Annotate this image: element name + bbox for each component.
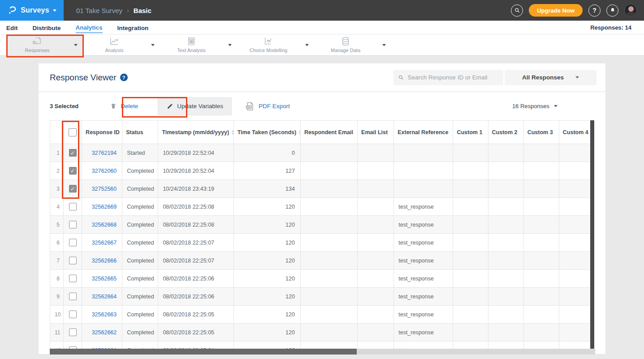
row-checkbox[interactable] bbox=[69, 185, 77, 193]
vertical-scrollbar[interactable] bbox=[590, 120, 594, 349]
select-all-checkbox[interactable] bbox=[69, 128, 77, 136]
responses-page-size-dropdown[interactable]: 16 Responses bbox=[512, 103, 558, 109]
row-checkbox[interactable] bbox=[69, 328, 77, 336]
response-id-link[interactable]: 32562665 bbox=[82, 270, 122, 288]
column-header-custom-3: Custom 3 bbox=[523, 121, 559, 144]
chevron-down-icon[interactable] bbox=[299, 35, 315, 55]
help-icon[interactable]: ? bbox=[588, 4, 601, 17]
response-id-link[interactable]: 32562668 bbox=[82, 216, 122, 234]
column-header-timestamp-mm-dd-yyyy[interactable]: Timestamp (mm/dd/yyyy) bbox=[158, 121, 233, 144]
cell-respondent-email bbox=[300, 144, 357, 162]
ribbon-item-responses[interactable]: Responses bbox=[6, 35, 83, 55]
response-id-link[interactable]: 32752560 bbox=[82, 180, 122, 198]
row-checkbox[interactable] bbox=[69, 167, 77, 175]
row-checkbox[interactable] bbox=[69, 149, 77, 157]
cell-email-list bbox=[358, 252, 394, 270]
row-checkbox[interactable] bbox=[69, 221, 77, 228]
cell-timestamp-mm-dd-yyyy: 08/02/2018 22:25:06 bbox=[158, 288, 233, 306]
chevron-down-icon[interactable] bbox=[145, 35, 160, 55]
response-id-link[interactable]: 32562663 bbox=[82, 306, 122, 324]
ribbon-item-text-analysis[interactable]: Text Analysis bbox=[160, 35, 238, 55]
response-search-box[interactable] bbox=[393, 70, 503, 85]
horizontal-scrollbar-thumb[interactable] bbox=[50, 349, 357, 355]
responses-dropdown-value: 16 Responses bbox=[512, 103, 549, 109]
table-row: 1132562662Completed08/02/2018 22:25:0512… bbox=[50, 324, 591, 341]
help-badge-icon[interactable]: ? bbox=[120, 74, 128, 81]
ribbon-label: Choice Modelling bbox=[250, 48, 287, 53]
chevron-down-icon[interactable] bbox=[68, 35, 83, 55]
cell-respondent-email bbox=[300, 341, 357, 349]
ribbon-item-manage-data[interactable]: Manage Data bbox=[315, 35, 392, 55]
response-filter-dropdown[interactable]: All Responses bbox=[505, 70, 596, 85]
breadcrumb-current: Basic bbox=[134, 7, 151, 14]
row-checkbox[interactable] bbox=[69, 311, 77, 318]
delete-button[interactable]: Delete bbox=[110, 102, 138, 110]
cell-timestamp-mm-dd-yyyy: 08/02/2018 22:25:05 bbox=[158, 306, 233, 324]
column-header-response-id[interactable]: Response ID bbox=[82, 121, 122, 144]
response-id-link[interactable]: 32562667 bbox=[82, 234, 122, 252]
cell-respondent-email bbox=[300, 270, 357, 288]
row-checkbox[interactable] bbox=[69, 257, 77, 264]
tab-analytics[interactable]: Analytics bbox=[76, 22, 103, 33]
response-id-link[interactable]: 32762194 bbox=[82, 144, 122, 162]
cell-custom-3 bbox=[523, 180, 559, 198]
column-header-respondent-email: Respondent Email bbox=[300, 121, 357, 144]
notifications-bell-icon[interactable] bbox=[606, 4, 618, 17]
column-header-label: Timestamp (mm/dd/yyyy) bbox=[162, 129, 229, 136]
tab-integration[interactable]: Integration bbox=[117, 22, 149, 33]
cell-custom-3 bbox=[523, 252, 559, 270]
cell-custom-3 bbox=[523, 270, 559, 288]
ribbon-label: Manage Data bbox=[331, 48, 360, 53]
page-title-text: Response Viewer bbox=[50, 73, 117, 83]
row-number: 9 bbox=[50, 288, 64, 306]
tab-distribute[interactable]: Distribute bbox=[33, 22, 61, 33]
row-checkbox[interactable] bbox=[69, 203, 77, 210]
breadcrumb-survey-link[interactable]: 01 Take Survey bbox=[76, 7, 122, 14]
response-id-link[interactable]: 32562664 bbox=[82, 288, 122, 306]
sort-icon[interactable] bbox=[232, 130, 233, 135]
card-header: Response Viewer ? All Responses bbox=[39, 63, 605, 92]
horizontal-scrollbar[interactable] bbox=[50, 349, 595, 355]
cell-timestamp-mm-dd-yyyy: 08/02/2018 22:25:07 bbox=[158, 252, 233, 270]
row-checkbox[interactable] bbox=[69, 275, 77, 282]
analysis-icon bbox=[109, 36, 120, 47]
cell-respondent-email bbox=[300, 306, 357, 324]
cell-custom-3 bbox=[523, 234, 559, 252]
column-header-time-taken-seconds[interactable]: Time Taken (Seconds) bbox=[233, 121, 300, 144]
ribbon-item-choice-modelling[interactable]: Choice Modelling bbox=[238, 35, 315, 55]
response-id-link[interactable]: 32562662 bbox=[82, 324, 122, 341]
selected-count-label: 3 Selected bbox=[50, 103, 78, 109]
pdf-export-button[interactable]: PDF PDF Export bbox=[245, 101, 290, 111]
cell-timestamp-mm-dd-yyyy: 08/02/2018 22:25:04 bbox=[158, 341, 233, 349]
surveys-menu-button[interactable]: Surveys bbox=[0, 0, 64, 21]
row-checkbox[interactable] bbox=[69, 293, 77, 300]
row-number: 6 bbox=[50, 234, 64, 252]
column-header-custom-4: Custom 4 bbox=[559, 121, 591, 144]
response-id-link[interactable]: 32762060 bbox=[82, 162, 122, 180]
column-header-custom-1: Custom 1 bbox=[453, 121, 488, 144]
chevron-down-icon[interactable] bbox=[376, 35, 392, 55]
cell-status: Completed bbox=[122, 198, 158, 216]
row-checkbox-cell bbox=[64, 198, 82, 216]
search-input[interactable] bbox=[408, 74, 499, 81]
row-checkbox[interactable] bbox=[69, 239, 77, 246]
cell-custom-1 bbox=[453, 288, 488, 306]
cell-time-taken-seconds: 134 bbox=[233, 180, 300, 198]
update-variables-button[interactable]: Update Variables bbox=[158, 97, 232, 115]
row-checkbox-cell bbox=[64, 324, 82, 341]
cell-status: Completed bbox=[122, 341, 158, 349]
update-variables-label: Update Variables bbox=[177, 103, 223, 109]
delete-label: Delete bbox=[121, 103, 138, 109]
search-icon[interactable] bbox=[511, 4, 523, 17]
topbar-actions: Upgrade Now ? bbox=[511, 0, 644, 21]
ribbon-item-analysis[interactable]: Analysis bbox=[83, 35, 160, 55]
column-header-custom-2: Custom 2 bbox=[488, 121, 523, 144]
response-id-link[interactable]: 32562669 bbox=[82, 198, 122, 216]
chevron-down-icon[interactable] bbox=[222, 35, 238, 55]
breadcrumb-separator: › bbox=[127, 7, 129, 14]
upgrade-now-button[interactable]: Upgrade Now bbox=[529, 4, 583, 17]
response-id-link[interactable]: 32562666 bbox=[82, 252, 122, 270]
tab-edit[interactable]: Edit bbox=[6, 22, 18, 33]
response-id-link[interactable]: 32562661 bbox=[82, 341, 122, 349]
user-avatar[interactable] bbox=[624, 4, 637, 17]
